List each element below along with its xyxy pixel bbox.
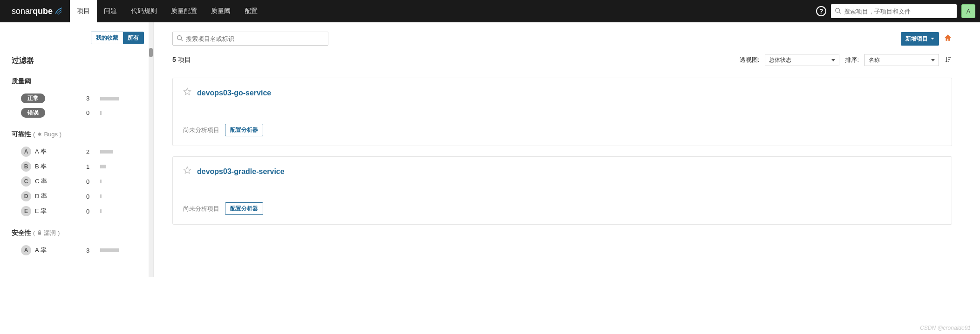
- global-search[interactable]: [831, 4, 957, 18]
- nav-admin[interactable]: 配置: [238, 0, 265, 22]
- perspective-select[interactable]: 总体状态: [765, 54, 839, 66]
- avatar[interactable]: A: [961, 4, 975, 18]
- content: 我的收藏 所有 过滤器 质量阈 正常 3 错误 0 可靠性 (: [0, 22, 980, 277]
- search-icon: [835, 7, 841, 15]
- project-search-input[interactable]: [186, 35, 324, 42]
- sort-direction-icon[interactable]: [945, 56, 952, 65]
- project-link[interactable]: devops03-gradle-service: [197, 167, 285, 176]
- controls-row: 5 项目 透视图: 总体状态 排序: 名称: [172, 54, 952, 66]
- svg-line-6: [38, 135, 39, 135]
- svg-line-10: [181, 39, 183, 41]
- rating-badge-c: C: [21, 176, 31, 187]
- nav-issues[interactable]: 问题: [97, 0, 124, 22]
- filters-title: 过滤器: [12, 56, 144, 66]
- star-icon[interactable]: [183, 87, 191, 98]
- sidebar-scrollbar-thumb[interactable]: [149, 48, 153, 57]
- filter-row-reliability-a[interactable]: AA 率 2: [12, 144, 144, 159]
- badge-failed: 错误: [21, 108, 45, 118]
- bug-icon: [37, 131, 42, 137]
- rating-badge-b: B: [21, 161, 31, 172]
- filter-row-security-a[interactable]: AA 率 3: [12, 243, 144, 258]
- nav-rules[interactable]: 代码规则: [124, 0, 164, 22]
- new-project-button[interactable]: 新增项目: [901, 32, 939, 46]
- svg-line-7: [41, 135, 41, 135]
- main-top-row: 新增项目: [172, 32, 952, 46]
- filter-row-reliability-d[interactable]: DD 率 0: [12, 189, 144, 204]
- logo-waves-icon: [54, 7, 63, 15]
- help-icon[interactable]: ?: [816, 6, 826, 16]
- main-nav: 项目 问题 代码规则 质量配置 质量阈 配置: [70, 0, 265, 22]
- configure-analysis-button[interactable]: 配置分析器: [225, 124, 263, 136]
- bar-failed: [100, 111, 102, 115]
- nav-quality-gates[interactable]: 质量阈: [204, 0, 238, 22]
- toggle-all[interactable]: 所有: [123, 32, 143, 44]
- quality-gate-title: 质量阈: [12, 77, 144, 86]
- bar-passed: [100, 97, 119, 100]
- count-failed: 0: [86, 109, 100, 116]
- filter-row-failed[interactable]: 错误 0: [12, 106, 144, 120]
- favorites-toggle: 我的收藏 所有: [12, 32, 144, 44]
- search-icon: [177, 35, 183, 43]
- filter-quality-gate: 质量阈 正常 3 错误 0: [12, 77, 144, 120]
- logo-text-sonar: sonar: [12, 7, 33, 16]
- project-search[interactable]: [172, 32, 328, 46]
- project-card: devops03-gradle-service 尚未分析项目 配置分析器: [172, 156, 952, 225]
- filter-row-reliability-b[interactable]: BB 率 1: [12, 159, 144, 174]
- rating-badge-d: D: [21, 191, 31, 201]
- reliability-title: 可靠性 ( Bugs ): [12, 130, 144, 139]
- svg-line-1: [839, 12, 841, 13]
- svg-point-9: [177, 35, 182, 40]
- star-icon[interactable]: [183, 166, 191, 177]
- logo[interactable]: sonarqube: [5, 7, 70, 16]
- rating-badge-a: A: [21, 147, 31, 157]
- home-icon[interactable]: [944, 33, 952, 44]
- toggle-my-favorites[interactable]: 我的收藏: [91, 32, 123, 44]
- badge-passed: 正常: [21, 94, 45, 103]
- svg-rect-8: [38, 232, 41, 234]
- count-passed: 3: [86, 95, 100, 102]
- filter-reliability: 可靠性 ( Bugs ) AA 率 2 BB 率 1 CC 率 0: [12, 130, 144, 219]
- svg-point-2: [38, 133, 41, 136]
- global-header: sonarqube 项目 问题 代码规则 质量配置 质量阈 配置 ? A: [0, 0, 980, 22]
- svg-line-4: [38, 134, 39, 134]
- security-title: 安全性 ( 漏洞 ): [12, 229, 144, 237]
- main: 新增项目 5 项目 透视图: 总体状态 排序: 名称: [154, 22, 980, 277]
- nav-quality-profiles[interactable]: 质量配置: [164, 0, 204, 22]
- chevron-down-icon: [931, 37, 934, 40]
- filter-row-reliability-e[interactable]: EE 率 0: [12, 204, 144, 219]
- sidebar: 我的收藏 所有 过滤器 质量阈 正常 3 错误 0 可靠性 (: [0, 22, 154, 277]
- sort-label: 排序:: [845, 56, 859, 64]
- project-link[interactable]: devops03-go-service: [197, 89, 271, 97]
- filter-row-passed[interactable]: 正常 3: [12, 91, 144, 106]
- project-count: 5 项目: [172, 56, 191, 64]
- lock-icon: [37, 230, 42, 235]
- rating-badge-a: A: [21, 245, 31, 255]
- not-analyzed-label: 尚未分析项目: [183, 126, 219, 134]
- sort-select[interactable]: 名称: [864, 54, 939, 66]
- not-analyzed-label: 尚未分析项目: [183, 205, 219, 213]
- project-card: devops03-go-service 尚未分析项目 配置分析器: [172, 78, 952, 146]
- header-right: ? A: [816, 4, 975, 18]
- configure-analysis-button[interactable]: 配置分析器: [225, 202, 263, 215]
- nav-projects[interactable]: 项目: [70, 0, 97, 22]
- filter-row-reliability-c[interactable]: CC 率 0: [12, 174, 144, 189]
- logo-text-qube: qube: [33, 7, 53, 16]
- rating-badge-e: E: [21, 206, 31, 216]
- global-search-input[interactable]: [844, 8, 953, 15]
- filter-security: 安全性 ( 漏洞 ) AA 率 3: [12, 229, 144, 258]
- svg-line-5: [41, 134, 41, 134]
- sidebar-scrollbar-track[interactable]: [149, 22, 153, 277]
- svg-point-0: [836, 8, 840, 12]
- perspective-label: 透视图:: [740, 56, 760, 64]
